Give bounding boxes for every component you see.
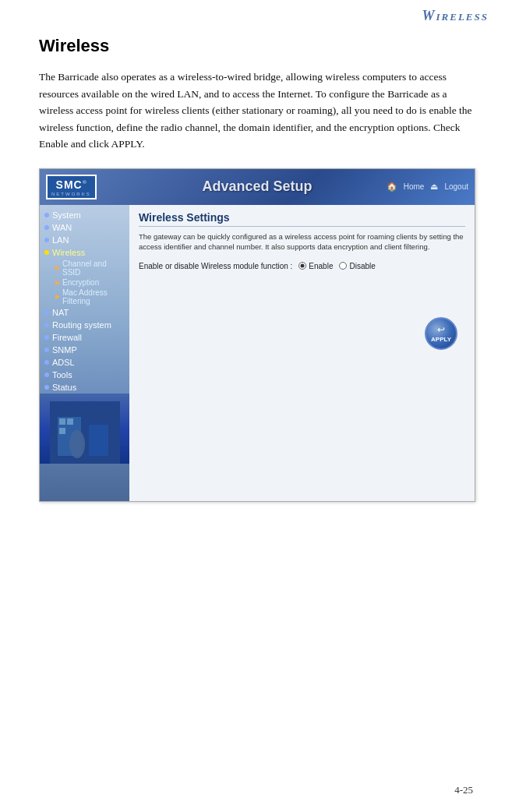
- sidebar-label-adsl: ADSL: [52, 358, 75, 367]
- sidebar-dot-snmp: [44, 348, 49, 352]
- ui-content: Wireless Settings The gateway can be qui…: [129, 205, 475, 501]
- radio-disable-label: Disable: [349, 262, 375, 270]
- sidebar-subitem-mac[interactable]: ▶ Mac Address Filtering: [40, 288, 129, 306]
- content-area: Wireless The Barricade also operates as …: [0, 28, 512, 533]
- radio-disable-option[interactable]: Disable: [339, 262, 375, 270]
- sidebar-label-wireless: Wireless: [52, 248, 85, 257]
- header-nav: 🏠 Home ⏏ Logout: [387, 182, 468, 192]
- sidebar-label-channel: Channel and SSID: [62, 259, 125, 277]
- sidebar-item-wireless[interactable]: Wireless: [40, 246, 129, 259]
- page-header: Wireless: [0, 0, 512, 28]
- svg-rect-2: [89, 425, 108, 456]
- ui-main: System WAN LAN Wireless ▶ Channel and SS…: [40, 205, 475, 501]
- sidebar-arrow-encryption: ▶: [55, 279, 60, 286]
- sidebar-item-tools[interactable]: Tools: [40, 369, 129, 381]
- sidebar-arrow-channel: ▶: [55, 264, 60, 271]
- sidebar-label-firewall: Firewall: [52, 333, 82, 342]
- form-row-wireless: Enable or disable Wireless module functi…: [139, 262, 465, 270]
- apply-button[interactable]: ↩ APPLY: [425, 317, 457, 350]
- logout-link[interactable]: Logout: [444, 182, 468, 191]
- sidebar-label-nat: NAT: [52, 308, 69, 317]
- ui-header: SMC® NETWORKS Advanced Setup 🏠 Home ⏏ Lo…: [40, 169, 475, 205]
- sidebar-item-lan[interactable]: LAN: [40, 234, 129, 246]
- sidebar-image: [40, 394, 129, 464]
- home-icon: 🏠: [387, 182, 397, 192]
- sidebar-label-snmp: SNMP: [52, 345, 77, 355]
- sidebar-dot-wan: [44, 225, 49, 230]
- sidebar-item-system[interactable]: System: [40, 209, 129, 221]
- svg-rect-4: [67, 418, 73, 425]
- radio-disable-dot: [339, 262, 347, 270]
- sidebar-item-routing[interactable]: Routing system: [40, 319, 129, 331]
- smc-reg: ®: [83, 179, 87, 185]
- sidebar-subitem-encryption[interactable]: ▶ Encryption: [40, 277, 129, 288]
- sidebar-dot-adsl: [44, 360, 49, 365]
- sidebar-label-tools: Tools: [52, 370, 72, 380]
- radio-enable-option[interactable]: Enable: [298, 262, 333, 270]
- sidebar-dot-lan: [44, 238, 49, 242]
- radio-enable-label: Enable: [309, 262, 333, 270]
- sidebar-item-wan[interactable]: WAN: [40, 221, 129, 234]
- sidebar-dot-routing: [44, 323, 49, 327]
- sidebar-item-snmp[interactable]: SNMP: [40, 344, 129, 356]
- sidebar-dot-nat: [44, 310, 49, 315]
- sidebar-arrow-mac: ▶: [55, 293, 60, 300]
- form-label-wireless: Enable or disable Wireless module functi…: [139, 262, 292, 270]
- sidebar-label-mac: Mac Address Filtering: [62, 288, 125, 305]
- svg-rect-5: [59, 428, 65, 434]
- sidebar-label-routing: Routing system: [52, 320, 111, 330]
- apply-label: APPLY: [431, 336, 451, 343]
- smc-logo: SMC® NETWORKS: [46, 175, 97, 199]
- watermark-title: Wireless: [422, 8, 489, 23]
- page-number: 4-25: [454, 784, 473, 796]
- smc-logo-text: SMC: [56, 178, 83, 191]
- svg-point-6: [69, 430, 85, 458]
- sidebar-item-nat[interactable]: NAT: [40, 306, 129, 319]
- sidebar-label-lan: LAN: [52, 235, 69, 245]
- sidebar-dot-wireless: [44, 250, 49, 255]
- apply-icon: ↩: [437, 324, 445, 336]
- home-link[interactable]: Home: [404, 182, 425, 191]
- advanced-setup-title: Advanced Setup: [202, 178, 312, 195]
- sidebar-item-firewall[interactable]: Firewall: [40, 331, 129, 344]
- sidebar-dot-tools: [44, 372, 49, 377]
- logout-icon: ⏏: [430, 182, 438, 192]
- sidebar-label-system: System: [52, 210, 81, 220]
- svg-rect-3: [59, 418, 65, 425]
- sidebar-label-encryption: Encryption: [62, 278, 99, 287]
- radio-enable-dot: [298, 262, 306, 270]
- sidebar-label-wan: WAN: [52, 223, 72, 232]
- content-description: The gateway can be quickly configured as…: [139, 231, 465, 252]
- sidebar-subitem-channel[interactable]: ▶ Channel and SSID: [40, 259, 129, 277]
- page-title: Wireless: [39, 36, 473, 56]
- sidebar-dot-firewall: [44, 335, 49, 340]
- sidebar-item-status[interactable]: Status: [40, 381, 129, 394]
- sidebar-item-adsl[interactable]: ADSL: [40, 356, 129, 369]
- ui-screenshot: SMC® NETWORKS Advanced Setup 🏠 Home ⏏ Lo…: [39, 168, 475, 502]
- sidebar-dot-status: [44, 385, 49, 390]
- content-heading: Wireless Settings: [139, 211, 465, 227]
- smc-networks: NETWORKS: [51, 192, 91, 196]
- sidebar-dot-system: [44, 213, 49, 217]
- ui-sidebar: System WAN LAN Wireless ▶ Channel and SS…: [40, 205, 129, 501]
- sidebar-label-status: Status: [52, 383, 76, 392]
- body-paragraph: The Barricade also operates as a wireles…: [39, 69, 473, 153]
